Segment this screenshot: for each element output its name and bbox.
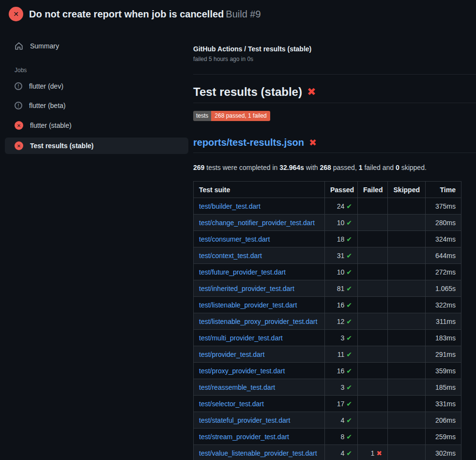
suite-link[interactable]: test/future_provider_test.dart (199, 268, 286, 276)
table-row: test/value_listenable_provider_test.dart… (194, 445, 461, 460)
report-title-link[interactable]: reports/test-results.json (193, 137, 304, 148)
table-row: test/reassemble_test.dart3✔185ms (194, 379, 461, 396)
table-row: test/inherited_provider_test.dart81✔1.06… (194, 280, 461, 297)
suite-cell: test/builder_test.dart (194, 198, 325, 215)
passed-count: 268 (320, 164, 331, 171)
failed-cell (358, 264, 388, 280)
run-title: Do not create report when job is cancell… (29, 9, 261, 20)
jobs-list: !flutter (dev)!flutter (beta)✕flutter (s… (5, 78, 188, 154)
failed-cell (358, 215, 388, 231)
suite-link[interactable]: test/multi_provider_test.dart (199, 334, 283, 342)
time-cell: 183ms (426, 330, 461, 346)
time-cell: 259ms (426, 429, 461, 445)
sidebar-item-summary[interactable]: Summary (5, 38, 188, 54)
check-icon: ✔ (346, 318, 352, 325)
failed-cell (358, 313, 388, 330)
summary-text: tests were completed in (204, 164, 279, 171)
total-time: 32.964s (279, 164, 304, 171)
table-row: test/listenable_provider_test.dart16✔322… (194, 297, 461, 313)
table-row: test/context_test.dart31✔644ms (194, 247, 461, 264)
report-title: reports/test-results.json ✖ (193, 137, 476, 153)
suite-link[interactable]: test/context_test.dart (199, 252, 262, 260)
skipped-cell (388, 215, 426, 231)
skipped-cell (388, 379, 426, 396)
column-header: Failed (358, 182, 388, 198)
table-row: test/selector_test.dart17✔331ms (194, 396, 461, 412)
failed-cell (358, 346, 388, 363)
check-icon: ✔ (346, 301, 352, 309)
passed-cell: 3✔ (325, 379, 358, 396)
table-row: test/consumer_test.dart18✔324ms (194, 231, 461, 247)
suite-cell: test/provider_test.dart (194, 346, 325, 363)
failed-cell: 1✖ (358, 445, 388, 460)
failed-cell (358, 297, 388, 313)
passed-cell: 12✔ (325, 313, 358, 330)
skipped-cell (388, 363, 426, 379)
sidebar-item-job-0[interactable]: !flutter (dev) (5, 78, 188, 94)
passed-cell: 81✔ (325, 280, 358, 297)
suite-link[interactable]: test/reassemble_test.dart (199, 383, 275, 391)
skipped-cell (388, 297, 426, 313)
header-divider (193, 74, 476, 75)
suite-link[interactable]: test/consumer_test.dart (199, 235, 270, 243)
suite-link[interactable]: test/listenable_provider_test.dart (199, 301, 297, 309)
sidebar-item-job-3[interactable]: ✕Test results (stable) (5, 138, 188, 154)
suite-link[interactable]: test/builder_test.dart (199, 202, 261, 210)
time-cell: 291ms (426, 346, 461, 363)
suite-cell: test/value_listenable_provider_test.dart (194, 445, 325, 460)
check-icon: ✔ (346, 285, 352, 292)
main-content: GitHub Actions / Test results (stable) f… (193, 28, 476, 460)
passed-cell: 4✔ (325, 445, 358, 460)
passed-cell: 11✔ (325, 346, 358, 363)
suite-link[interactable]: test/change_notifier_provider_test.dart (199, 219, 315, 227)
skipped-cell (388, 247, 426, 264)
failed-cell (358, 330, 388, 346)
section-title: Test results (stable) ✖ (193, 85, 476, 103)
suite-cell: test/future_provider_test.dart (194, 264, 325, 280)
table-row: test/multi_provider_test.dart3✔183ms (194, 330, 461, 346)
breadcrumb: GitHub Actions / Test results (stable) (193, 45, 476, 53)
suite-link[interactable]: test/listenable_proxy_provider_test.dart (199, 318, 317, 325)
time-cell: 644ms (426, 247, 461, 264)
check-icon: ✔ (346, 433, 352, 441)
table-row: test/proxy_provider_test.dart16✔359ms (194, 363, 461, 379)
failed-cell (358, 429, 388, 445)
run-header: ✕ Do not create report when job is cance… (0, 0, 476, 28)
passed-cell: 10✔ (325, 264, 358, 280)
time-cell: 206ms (426, 412, 461, 429)
suite-link[interactable]: test/stream_provider_test.dart (199, 433, 289, 441)
skipped-cell (388, 429, 426, 445)
failed-count: 1 (359, 164, 363, 171)
check-icon: ✔ (346, 252, 352, 260)
sidebar: Summary Jobs !flutter (dev)!flutter (bet… (0, 28, 193, 158)
passed-cell: 31✔ (325, 247, 358, 264)
failed-cell (358, 247, 388, 264)
suite-cell: test/multi_provider_test.dart (194, 330, 325, 346)
skipped-cell (388, 445, 426, 460)
sidebar-item-job-2[interactable]: ✕flutter (stable) (5, 117, 188, 134)
suite-link[interactable]: test/proxy_provider_test.dart (199, 367, 285, 375)
sidebar-item-job-1[interactable]: !flutter (beta) (5, 98, 188, 113)
passed-cell: 4✔ (325, 412, 358, 429)
jobs-section-label: Jobs (15, 67, 188, 74)
section-title-text: Test results (stable) (193, 85, 302, 99)
suite-link[interactable]: test/inherited_provider_test.dart (199, 285, 294, 292)
suite-link[interactable]: test/provider_test.dart (199, 351, 264, 358)
time-cell: 280ms (426, 215, 461, 231)
suite-link[interactable]: test/stateful_provider_test.dart (199, 416, 290, 424)
time-cell: 322ms (426, 297, 461, 313)
pending-icon: ! (15, 82, 22, 90)
table-row: test/stream_provider_test.dart8✔259ms (194, 429, 461, 445)
column-header: Time (426, 182, 461, 198)
suite-link[interactable]: test/value_listenable_provider_test.dart (199, 449, 317, 457)
passed-cell: 16✔ (325, 297, 358, 313)
sidebar-item-label: flutter (beta) (29, 102, 65, 109)
suite-cell: test/proxy_provider_test.dart (194, 363, 325, 379)
failed-cell (358, 363, 388, 379)
suite-link[interactable]: test/selector_test.dart (199, 400, 264, 408)
skipped-cell (388, 346, 426, 363)
summary-line: 269 tests were completed in 32.964s with… (193, 164, 476, 171)
suite-cell: test/inherited_provider_test.dart (194, 280, 325, 297)
check-icon: ✔ (346, 383, 352, 391)
suite-cell: test/context_test.dart (194, 247, 325, 264)
